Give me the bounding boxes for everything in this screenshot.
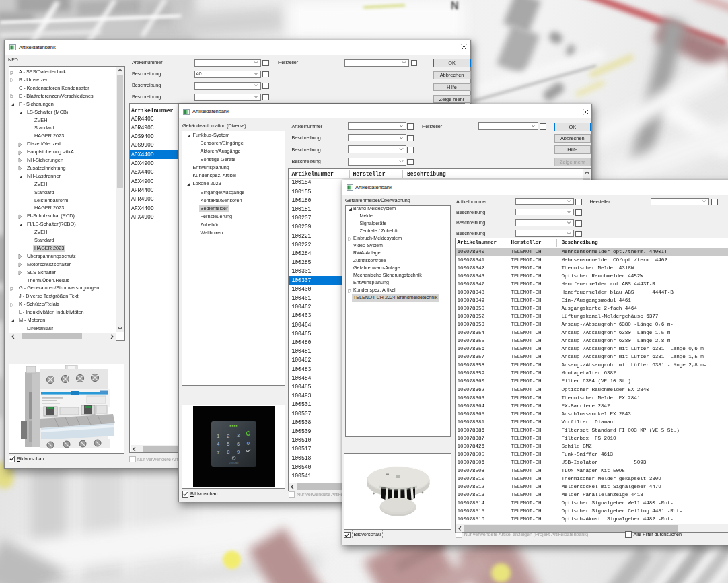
svg-text:6: 6: [237, 441, 240, 447]
svg-text:9: 9: [237, 449, 240, 455]
svg-text:3: 3: [237, 432, 240, 438]
svg-text:7: 7: [217, 450, 219, 456]
svg-text:LOXONE: LOXONE: [229, 462, 238, 465]
svg-text:1: 1: [217, 433, 219, 439]
svg-text:5: 5: [227, 441, 229, 447]
svg-text:4: 4: [217, 441, 219, 447]
svg-text:8: 8: [227, 449, 229, 455]
svg-text:2: 2: [227, 433, 229, 439]
svg-text:0: 0: [247, 440, 250, 446]
